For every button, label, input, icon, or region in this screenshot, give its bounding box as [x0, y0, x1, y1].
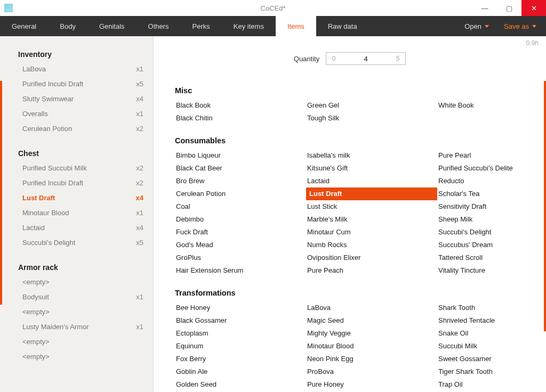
- sidebar-item-name: Bodysuit: [22, 292, 136, 303]
- sidebar-item[interactable]: Overallsx1: [0, 107, 153, 121]
- catalog-item[interactable]: Tattered Scroll: [437, 251, 546, 264]
- sidebar-item[interactable]: Lusty Maiden's Armorx1: [0, 320, 153, 334]
- catalog-item[interactable]: Minotaur Cum: [306, 226, 437, 239]
- tab-general[interactable]: General: [0, 16, 48, 36]
- sidebar-item[interactable]: Succubi's Delightx5: [0, 235, 153, 250]
- close-button[interactable]: ✕: [521, 0, 546, 16]
- catalog-item[interactable]: Golden Seed: [175, 378, 306, 391]
- catalog-item[interactable]: Scholar's Tea: [437, 187, 546, 200]
- catalog-item[interactable]: GroPlus: [175, 251, 306, 264]
- catalog-item[interactable]: Goblin Ale: [175, 365, 306, 378]
- catalog-item[interactable]: Bro Brew: [175, 175, 306, 187]
- catalog-item[interactable]: Shark Tooth: [437, 301, 546, 314]
- tab-others[interactable]: Others: [136, 16, 181, 36]
- tab-body[interactable]: Body: [48, 16, 87, 36]
- catalog-item[interactable]: Bee Honey: [175, 301, 306, 314]
- sidebar-item[interactable]: Cerulean Potionx2: [0, 121, 153, 136]
- sidebar-item[interactable]: <empty>: [0, 305, 153, 320]
- catalog-item[interactable]: Black Gossamer: [175, 314, 306, 327]
- content: Quantity 0 4 5 MiscBlack BookBlack Chiti…: [154, 36, 546, 392]
- catalog-item[interactable]: White Book: [437, 99, 546, 112]
- sidebar-item[interactable]: <empty>: [0, 334, 153, 349]
- tab-raw-data[interactable]: Raw data: [316, 16, 369, 36]
- catalog-item[interactable]: Mighty Veggie: [306, 327, 437, 340]
- catalog-item[interactable]: Trap Oil: [437, 378, 546, 391]
- sidebar-group: Armor rack<empty>Bodysuitx1<empty>Lusty …: [0, 262, 153, 364]
- maximize-button[interactable]: ▢: [497, 0, 521, 16]
- catalog-column: Shark ToothShriveled TentacleSnake OilSu…: [437, 301, 546, 391]
- catalog-item[interactable]: Reducto: [437, 175, 546, 187]
- open-menu[interactable]: Open: [457, 16, 496, 36]
- catalog-item[interactable]: Isabella's milk: [306, 149, 437, 162]
- catalog-item[interactable]: Tiger Shark Tooth: [437, 365, 546, 378]
- catalog-item[interactable]: Cerulean Potion: [175, 187, 306, 200]
- catalog-column: White Book: [437, 99, 546, 125]
- sidebar-item[interactable]: Purified Succubi Milkx2: [0, 161, 153, 176]
- catalog-item[interactable]: Black Cat Beer: [175, 162, 306, 175]
- minimize-button[interactable]: —: [472, 0, 497, 16]
- catalog-item[interactable]: Bimbo Liqueur: [175, 149, 306, 162]
- sidebar-item[interactable]: LaBovax1: [0, 62, 153, 77]
- catalog-item[interactable]: Magic Seed: [306, 314, 437, 327]
- catalog-item[interactable]: Kitsune's Gift: [306, 162, 437, 175]
- sidebar-item[interactable]: <empty>: [0, 349, 153, 364]
- catalog-item[interactable]: Sweet Gossamer: [437, 353, 546, 365]
- window-title: CoCEd*: [0, 4, 546, 12]
- catalog-item[interactable]: Fuck Draft: [175, 226, 306, 239]
- catalog-item[interactable]: Hair Extension Serum: [175, 264, 306, 277]
- catalog-item[interactable]: ProBova: [306, 365, 437, 378]
- sidebar-item-qty: x1: [136, 292, 143, 303]
- sidebar-item[interactable]: Minotaur Bloodx1: [0, 206, 153, 220]
- catalog-item[interactable]: Black Chitin: [175, 112, 306, 125]
- catalog-item[interactable]: Marble's Milk: [306, 213, 437, 226]
- catalog-item[interactable]: Succubus' Dream: [437, 239, 546, 251]
- catalog-item[interactable]: Neon Pink Egg: [306, 353, 437, 365]
- quantity-input[interactable]: 0 4 5: [326, 52, 406, 65]
- catalog-item[interactable]: Tough Silk: [306, 112, 437, 125]
- save-as-menu[interactable]: Save as: [496, 16, 544, 36]
- sidebar-item[interactable]: Purified Incubi Draftx5: [0, 77, 153, 92]
- catalog-item[interactable]: Ectoplasm: [175, 327, 306, 340]
- catalog-item[interactable]: Lactaid: [306, 175, 437, 187]
- catalog-item[interactable]: Coal: [175, 200, 306, 213]
- catalog-item[interactable]: Lust Draft: [306, 187, 437, 200]
- catalog-item[interactable]: Shriveled Tentacle: [437, 314, 546, 327]
- catalog-item[interactable]: Debimbo: [175, 213, 306, 226]
- sidebar-item[interactable]: Lust Draftx4: [0, 191, 153, 206]
- catalog-item[interactable]: Succubi's Delight: [437, 226, 546, 239]
- catalog-item[interactable]: Purified Succubi's Delite: [437, 162, 546, 175]
- catalog-item[interactable]: Lust Stick: [306, 200, 437, 213]
- catalog-item[interactable]: Black Book: [175, 99, 306, 112]
- sidebar-item[interactable]: <empty>: [0, 275, 153, 290]
- catalog-item[interactable]: Snake Oil: [437, 327, 546, 340]
- catalog-item[interactable]: Numb Rocks: [306, 239, 437, 251]
- sidebar-item-name: Overalls: [22, 109, 136, 119]
- tab-items[interactable]: Items: [276, 16, 316, 36]
- catalog-item[interactable]: Succubi Milk: [437, 340, 546, 353]
- sidebar-item[interactable]: Purified Incubi Draftx2: [0, 176, 153, 191]
- catalog-item[interactable]: God's Mead: [175, 239, 306, 251]
- sidebar-item[interactable]: Lactaidx4: [0, 220, 153, 235]
- chevron-down-icon: [532, 25, 536, 28]
- sidebar-item[interactable]: Slutty Swimwearx4: [0, 92, 153, 107]
- catalog-item[interactable]: Pure Pearl: [437, 149, 546, 162]
- catalog-item[interactable]: Minotaur Blood: [306, 340, 437, 353]
- catalog-column: Green GelTough Silk: [306, 99, 437, 125]
- catalog-item[interactable]: Sensitivity Draft: [437, 200, 546, 213]
- main: 0.9h InventoryLaBovax1Purified Incubi Dr…: [0, 36, 546, 392]
- catalog-item[interactable]: Fox Berry: [175, 353, 306, 365]
- catalog-item[interactable]: Sheep Milk: [437, 213, 546, 226]
- catalog-item[interactable]: LaBova: [306, 301, 437, 314]
- sidebar-item[interactable]: Bodysuitx1: [0, 290, 153, 305]
- catalog-item[interactable]: Oviposition Elixer: [306, 251, 437, 264]
- catalog-item[interactable]: Pure Peach: [306, 264, 437, 277]
- tab-perks[interactable]: Perks: [181, 16, 222, 36]
- catalog-item[interactable]: Pure Honey: [306, 378, 437, 391]
- sidebar-item-qty: x5: [136, 79, 143, 89]
- tab-genitals[interactable]: Genitals: [87, 16, 136, 36]
- catalog-item[interactable]: Equinum: [175, 340, 306, 353]
- catalog-item[interactable]: Green Gel: [306, 99, 437, 112]
- tab-key-items[interactable]: Key items: [222, 16, 276, 36]
- catalog-item[interactable]: Vitality Tincture: [437, 264, 546, 277]
- catalog-group: MiscBlack BookBlack ChitinGreen GelTough…: [175, 86, 525, 125]
